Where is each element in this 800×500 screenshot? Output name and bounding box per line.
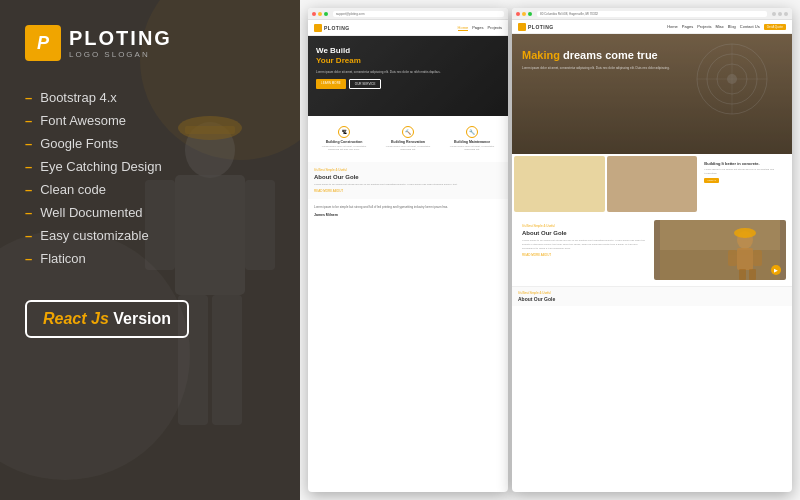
dot-red [312, 12, 316, 16]
img-placeholder-1 [514, 156, 605, 212]
logo-main-text: PLOTING [69, 28, 172, 48]
site-logo-name-r: PLOTING [528, 24, 554, 30]
about-image: ▶ [654, 220, 786, 280]
site-logo-small-r: PLOTING [518, 23, 554, 31]
hero-content: We BuildYour Dream Lorem ipsum dolor sit… [308, 36, 508, 99]
site-logo-icon [314, 24, 322, 32]
hero-big-highlight: Making [522, 49, 563, 61]
hero-section-left: We BuildYour Dream Lorem ipsum dolor sit… [308, 36, 508, 116]
feature-item: Eye Catching Design [25, 155, 275, 178]
about-text: Lorem ipsum to be simple but strong and … [314, 183, 502, 187]
hero-btn-primary[interactable]: LEARN MORE [316, 79, 346, 89]
hero-big: Making dreams come true Lorem ipsum dolo… [512, 34, 792, 154]
about-section-left: It's Best Simple & Useful About Our Gole… [308, 162, 508, 200]
svg-rect-19 [753, 250, 762, 266]
browser-left: support@ploting.com PLOTING Home Pages P… [308, 8, 508, 492]
feature-item: Google Fonts [25, 132, 275, 155]
site-nav-right: PLOTING Home Pages Projects Misc Blog Co… [512, 20, 792, 34]
img-content-btn[interactable]: View All [704, 178, 719, 183]
dot-green [324, 12, 328, 16]
services-grid: 🏗 Building Construction Lorem ipsum dolo… [314, 122, 502, 156]
logo-sub-text: LOGO SLOGAN [69, 50, 172, 59]
svg-rect-21 [749, 269, 756, 280]
service-name-3: Building Maintenance [444, 140, 500, 144]
about-title: About Our Gole [314, 174, 502, 180]
testimonial-section: Lorem ipsum to be simple but strong and … [308, 199, 508, 223]
features-list: Bootstrap 4.x Font Awesome Google Fonts … [25, 86, 275, 270]
site-logo-name: PLOTING [324, 25, 350, 31]
about-label: It's Best Simple & Useful [314, 168, 502, 172]
service-desc-2: Lorem ipsum dolor sit amet, consectetur … [380, 145, 436, 152]
hero-title-highlight: Your Dream [316, 56, 361, 65]
url-text-r: 80 Columbia Rd #08, Hagersville, MI 7033… [540, 12, 598, 16]
about-title-r: About Our Gole [522, 230, 646, 236]
service-icon-2: 🔨 [402, 126, 414, 138]
maintenance-icon: 🔧 [469, 129, 475, 135]
feature-item: Bootstrap 4.x [25, 86, 275, 109]
about-right: It's Best Simple & Useful About Our Gole… [512, 214, 792, 286]
building-icon: 🏗 [342, 129, 347, 135]
nav-link-misc-r[interactable]: Misc [716, 24, 724, 30]
logo-icon: P [25, 25, 61, 61]
feature-item: Font Awesome [25, 109, 275, 132]
image-grid: Building It better in concrete. Lorem ip… [512, 154, 792, 214]
site-nav-left: PLOTING Home Pages Projects [308, 20, 508, 36]
react-badge: React Js Version [25, 300, 189, 338]
nav-links-left: Home Pages Projects [458, 25, 502, 31]
about-text-r: Lorem ipsum to be simple but strong and … [522, 239, 646, 250]
react-highlight: React Js [43, 310, 113, 327]
right-panel: support@ploting.com PLOTING Home Pages P… [300, 0, 800, 500]
nav-link-home[interactable]: Home [458, 25, 469, 31]
about-label-r: It's Best Simple & Useful [522, 224, 646, 228]
nav-link-projects[interactable]: Projects [488, 25, 502, 31]
about-link-r[interactable]: READ MORE ABOUT [522, 253, 646, 257]
hero-big-content: Making dreams come true Lorem ipsum dolo… [512, 34, 792, 86]
nav-link-pages-r[interactable]: Pages [682, 24, 693, 30]
feature-item: Easy customizable [25, 224, 275, 247]
nav-link-blog-r[interactable]: Blog [728, 24, 736, 30]
renovation-icon: 🔨 [405, 129, 411, 135]
hero-big-title: Making dreams come true [522, 49, 782, 62]
hero-big-subtitle: Lorem ipsum dolor sit amet, consectetur … [522, 66, 722, 71]
img-content-title: Building It better in concrete. [704, 161, 785, 166]
service-icon-3: 🔧 [466, 126, 478, 138]
nav-link-pages[interactable]: Pages [472, 25, 483, 31]
dot-yellow [318, 12, 322, 16]
about-link[interactable]: READ MORE ABOUT [314, 189, 502, 193]
dot-red-r [516, 12, 520, 16]
browser-url-right: 80 Columbia Rd #08, Hagersville, MI 7033… [537, 11, 767, 17]
feature-item: Well Documented [25, 201, 275, 224]
testimonial-author: James Milnem [314, 213, 502, 217]
service-card-3: 🔧 Building Maintenance Lorem ipsum dolor… [442, 122, 502, 156]
service-card-2: 🔨 Building Renovation Lorem ipsum dolor … [378, 122, 438, 156]
svg-rect-20 [739, 269, 746, 280]
left-panel: P PLOTING LOGO SLOGAN Bootstrap 4.x Font… [0, 0, 300, 500]
nav-link-projects-r[interactable]: Projects [697, 24, 711, 30]
dot-green-r [528, 12, 532, 16]
service-name-1: Building Construction [316, 140, 372, 144]
nav-link-home-r[interactable]: Home [667, 24, 678, 30]
bottom-label: It's Best Simple & Useful [518, 291, 786, 295]
site-logo-small: PLOTING [314, 24, 350, 32]
bottom-title: About Our Gole [518, 296, 786, 302]
browser-bar-left: support@ploting.com [308, 8, 508, 20]
hero-subtitle: Lorem ipsum dolor sit amet, consectetur … [316, 70, 500, 74]
play-button[interactable]: ▶ [771, 265, 781, 275]
nav-cta-btn[interactable]: Get A Quote [764, 24, 786, 30]
about-image-svg [654, 220, 786, 280]
browser-right: 80 Columbia Rd #08, Hagersville, MI 7033… [512, 8, 792, 492]
logo-text-area: PLOTING LOGO SLOGAN [69, 28, 172, 59]
hero-title: We BuildYour Dream [316, 46, 500, 67]
svg-rect-18 [728, 250, 737, 266]
main-container: P PLOTING LOGO SLOGAN Bootstrap 4.x Font… [0, 0, 800, 500]
dot-yellow-r [522, 12, 526, 16]
nav-link-contact-r[interactable]: Contact Us [740, 24, 760, 30]
svg-point-22 [734, 228, 756, 238]
url-text: support@ploting.com [336, 12, 364, 16]
feature-item: Flaticon [25, 247, 275, 270]
hero-btn-secondary[interactable]: OUR SERVICE [349, 79, 382, 89]
site-logo-icon-r [518, 23, 526, 31]
service-desc-3: Lorem ipsum dolor sit amet, consectetur … [444, 145, 500, 152]
service-card-1: 🏗 Building Construction Lorem ipsum dolo… [314, 122, 374, 156]
testimonial-text: Lorem ipsum to be simple but strong and … [314, 205, 502, 210]
